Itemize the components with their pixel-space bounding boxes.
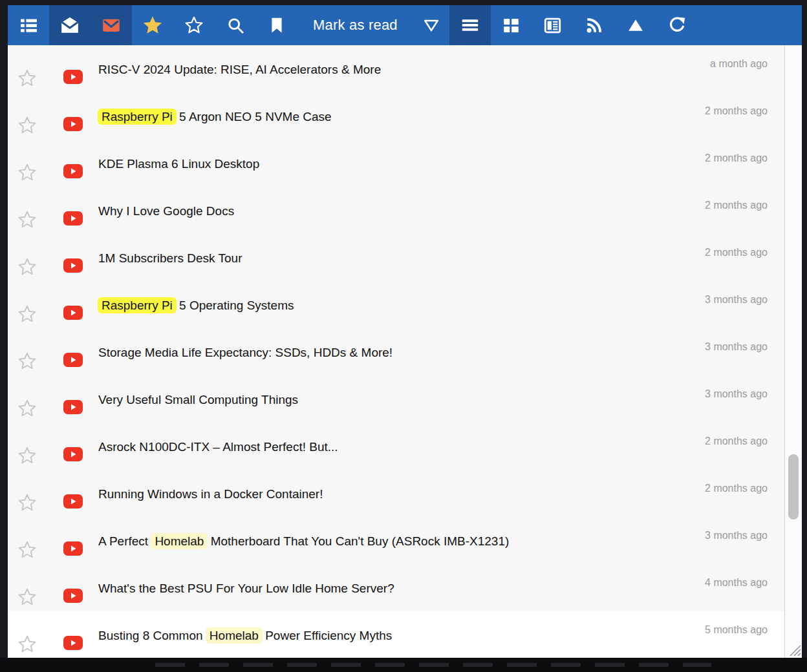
clipped-row-hint — [155, 663, 711, 667]
star-outline-icon — [184, 16, 204, 35]
star-outline-icon[interactable] — [17, 68, 37, 88]
article-row[interactable]: Raspberry Pi 5 Argon NEO 5 NVMe Case 2 m… — [8, 92, 784, 140]
youtube-icon — [63, 447, 83, 461]
article-title: 1M Subscribers Desk Tour — [98, 249, 668, 268]
unstarred-filter-button[interactable] — [173, 5, 215, 45]
star-outline-icon[interactable] — [17, 399, 37, 418]
youtube-icon — [63, 306, 83, 320]
search-term-highlight: Homelab — [206, 627, 263, 644]
collapse-button[interactable] — [615, 5, 656, 45]
layout-grid-button[interactable] — [491, 5, 532, 45]
youtube-icon — [63, 400, 83, 414]
article-row[interactable]: KDE Plasma 6 Linux Desktop 2 months ago — [8, 140, 784, 187]
scrollbar-thumb[interactable] — [788, 454, 799, 520]
resize-grip-icon[interactable] — [786, 641, 801, 656]
article-title: Asrock N100DC-ITX – Almost Perfect! But.… — [98, 438, 668, 456]
article-row[interactable]: Raspberry Pi 5 Operating Systems 3 month… — [8, 281, 784, 328]
article-title: Very Useful Small Computing Things — [98, 391, 668, 409]
article-title: Raspberry Pi 5 Argon NEO 5 NVMe Case — [98, 108, 668, 126]
article-row[interactable]: 1M Subscribers Desk Tour 2 months ago — [8, 234, 784, 281]
youtube-icon — [63, 70, 83, 84]
youtube-icon — [63, 589, 83, 603]
bookmark-button[interactable] — [256, 5, 297, 45]
search-term-highlight: Homelab — [151, 533, 208, 549]
youtube-icon — [63, 258, 83, 273]
search-button[interactable] — [215, 5, 256, 45]
star-outline-icon[interactable] — [17, 257, 37, 277]
window-bottom-edge — [0, 658, 807, 672]
star-outline-icon[interactable] — [17, 352, 37, 371]
article-row[interactable]: Very Useful Small Computing Things 3 mon… — [8, 375, 784, 423]
star-outline-icon[interactable] — [17, 587, 37, 607]
article-timestamp: 2 months ago — [705, 105, 768, 117]
star-outline-icon[interactable] — [17, 635, 37, 654]
star-outline-icon[interactable] — [17, 493, 37, 512]
article-timestamp: 4 months ago — [705, 577, 768, 589]
filter-dropdown-icon — [423, 17, 440, 34]
youtube-icon — [63, 636, 83, 650]
star-outline-icon[interactable] — [17, 540, 37, 560]
article-list: RISC-V 2024 Update: RISE, AI Accelerator… — [8, 45, 784, 658]
unread-envelope-button[interactable] — [91, 5, 132, 45]
article-timestamp: a month ago — [710, 58, 768, 70]
article-row[interactable]: RISC-V 2024 Update: RISE, AI Accelerator… — [8, 45, 784, 92]
search-term-highlight: Raspberry Pi — [98, 109, 177, 125]
youtube-icon — [63, 541, 83, 556]
star-outline-icon[interactable] — [17, 210, 37, 229]
article-row[interactable]: A Perfect Homelab Motherboard That You C… — [8, 517, 784, 564]
article-timestamp: 2 months ago — [705, 152, 768, 164]
star-outline-icon[interactable] — [17, 304, 37, 324]
unread-list-icon — [20, 17, 38, 34]
article-timestamp: 3 months ago — [705, 530, 768, 541]
article-title: Raspberry Pi 5 Operating Systems — [98, 297, 668, 315]
article-row[interactable]: Asrock N100DC-ITX – Almost Perfect! But.… — [8, 423, 784, 470]
scrollbar-track[interactable] — [784, 45, 802, 658]
open-envelope-button[interactable] — [49, 5, 91, 45]
article-row[interactable]: Running Windows in a Docker Container! 2… — [8, 470, 784, 517]
layout-grid-icon — [502, 17, 520, 34]
article-timestamp: 2 months ago — [705, 200, 768, 211]
youtube-icon — [63, 117, 83, 131]
star-outline-icon[interactable] — [17, 163, 37, 182]
search-term-highlight: Raspberry Pi — [98, 297, 177, 313]
article-timestamp: 2 months ago — [705, 247, 768, 258]
youtube-icon — [63, 211, 83, 226]
article-view-button[interactable] — [532, 5, 574, 45]
star-outline-icon[interactable] — [17, 116, 37, 135]
menu-button[interactable] — [449, 5, 491, 45]
article-timestamp: 2 months ago — [705, 436, 768, 447]
open-envelope-icon — [61, 16, 79, 34]
rss-button[interactable] — [574, 5, 615, 45]
refresh-icon — [668, 16, 686, 34]
menu-icon — [461, 16, 479, 34]
article-title: Storage Media Life Expectancy: SSDs, HDD… — [98, 344, 668, 362]
unread-envelope-icon — [102, 16, 120, 34]
article-title: A Perfect Homelab Motherboard That You C… — [98, 532, 668, 551]
youtube-icon — [63, 494, 83, 509]
feed-reader-window: Mark as read — [8, 5, 802, 658]
article-row[interactable]: Busting 8 Common Homelab Power Efficienc… — [8, 611, 784, 658]
article-title: Busting 8 Common Homelab Power Efficienc… — [98, 627, 668, 645]
mark-as-read-button[interactable]: Mark as read — [297, 5, 413, 45]
refresh-button[interactable] — [656, 5, 698, 45]
article-row[interactable]: Why I Love Google Docs 2 months ago — [8, 187, 784, 234]
unread-list-button[interactable] — [8, 5, 49, 45]
article-title: KDE Plasma 6 Linux Desktop — [98, 155, 668, 173]
youtube-icon — [63, 164, 83, 178]
bookmark-icon — [268, 17, 285, 34]
filter-dropdown-button[interactable] — [413, 5, 449, 45]
rss-icon — [585, 17, 603, 34]
article-timestamp: 3 months ago — [705, 294, 768, 306]
article-row[interactable]: What's the Best PSU For Your Low Idle Ho… — [8, 564, 784, 611]
starred-filter-button[interactable] — [132, 5, 173, 45]
article-timestamp: 3 months ago — [705, 341, 768, 353]
star-outline-icon[interactable] — [17, 446, 37, 465]
triangle-up-icon — [627, 17, 644, 34]
article-timestamp: 2 months ago — [705, 483, 768, 494]
article-timestamp: 3 months ago — [705, 388, 768, 400]
article-title: RISC-V 2024 Update: RISE, AI Accelerator… — [98, 61, 668, 79]
article-title: Why I Love Google Docs — [98, 202, 668, 220]
article-row[interactable]: Storage Media Life Expectancy: SSDs, HDD… — [8, 328, 784, 375]
search-icon — [227, 17, 244, 34]
mark-as-read-label: Mark as read — [313, 17, 398, 34]
